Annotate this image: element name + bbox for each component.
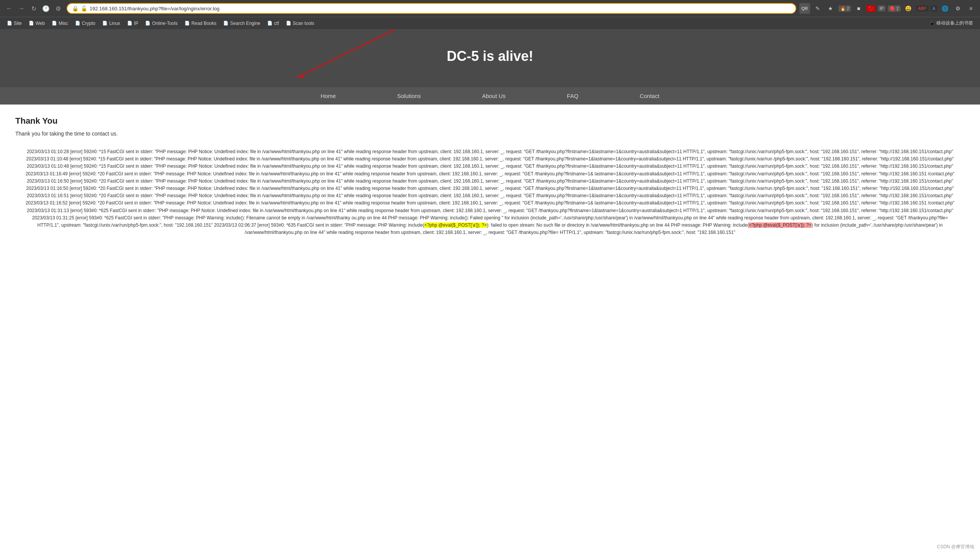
notification-badge[interactable]: 🔥 2 <box>838 5 851 12</box>
qr-button[interactable]: QR <box>799 3 810 14</box>
global-icon[interactable]: 🌐 <box>939 3 950 14</box>
nav-faq[interactable]: FAQ <box>536 87 609 105</box>
bookmark-crypto[interactable]: 📄 Crypto <box>72 20 98 27</box>
bookmark-mobile-icon: 📱 <box>929 21 935 26</box>
menu-button[interactable]: ≡ <box>965 3 976 14</box>
svg-marker-1 <box>295 75 305 77</box>
translate-button[interactable]: A <box>931 5 937 11</box>
history-button[interactable]: 🕐 <box>41 3 51 14</box>
nav-home[interactable]: Home <box>290 87 366 105</box>
bookmark-read-books-icon: 📄 <box>185 21 190 26</box>
bookmark-linux[interactable]: 📄 Linux <box>99 20 123 27</box>
nav-buttons: ← → ↻ 🕐 ⚙ <box>4 3 64 14</box>
bookmark-site[interactable]: 📄 Site <box>4 20 25 27</box>
adblock-button[interactable]: ABP <box>916 5 928 11</box>
nav-contact[interactable]: Contact <box>609 87 690 105</box>
bookmark-misc[interactable]: 📄 Misc <box>49 20 71 27</box>
bookmark-search-engine-icon: 📄 <box>223 21 229 26</box>
reload-button[interactable]: ↻ <box>28 3 39 14</box>
bookmark-ip-label: IP <box>134 21 138 26</box>
extensions-button[interactable]: ■ <box>853 3 864 14</box>
browser-actions: QR ✎ ★ 🔥 2 ■ 🚫 IP 🔴 2 😀 ABP A 🌐 ⚙ ≡ <box>799 3 976 14</box>
site-nav: Home Solutions About Us FAQ Contact <box>0 87 980 105</box>
bookmark-scan-tools-label: Scan tools <box>293 21 314 26</box>
bookmark-linux-icon: 📄 <box>102 21 108 26</box>
bookmark-ctf[interactable]: 📄 ctf <box>264 20 282 27</box>
ip-button[interactable]: IP <box>878 5 885 11</box>
back-button[interactable]: ← <box>4 3 15 14</box>
page-title: DC-5 is alive! <box>8 48 972 64</box>
bookmark-scan-tools[interactable]: 📄 Scan tools <box>283 20 317 27</box>
shield-icon: 🔒 <box>72 5 78 11</box>
bookmark-linux-label: Linux <box>109 21 120 26</box>
bookmark-ctf-label: ctf <box>274 21 279 26</box>
bookmark-ip-icon: 📄 <box>127 21 132 26</box>
lock-icon: 🔓 <box>81 5 87 11</box>
bookmark-search-engine-label: Search Engine <box>230 21 260 26</box>
block-button[interactable]: 🚫 <box>866 5 875 12</box>
nav-solutions[interactable]: Solutions <box>366 87 451 105</box>
address-bar[interactable]: 192.168.160.151/thankyou.php?file=/var/l… <box>90 6 791 11</box>
bookmark-read-books-label: Read Books <box>191 21 216 26</box>
bookmark-site-icon: 📄 <box>7 21 12 26</box>
bookmark-web-label: Web <box>36 21 45 26</box>
bookmark-online-tools[interactable]: 📄 Online-Tools <box>142 20 181 27</box>
edit-button[interactable]: ✎ <box>812 3 823 14</box>
bookmark-mobile-label: 移动设备上的书签 <box>936 20 973 26</box>
forward-button[interactable]: → <box>16 3 27 14</box>
extension-icon2[interactable]: ⚙ <box>952 3 963 14</box>
bookmark-read-books[interactable]: 📄 Read Books <box>181 20 219 27</box>
bookmark-crypto-label: Crypto <box>82 21 95 26</box>
bookmark-site-label: Site <box>14 21 22 26</box>
nav-about[interactable]: About Us <box>451 87 536 105</box>
bookmark-misc-icon: 📄 <box>52 21 57 26</box>
bookmark-online-tools-label: Online-Tools <box>152 21 178 26</box>
log-text: 2023/03/13 01:10:28 [error] 592#0: *15 F… <box>23 148 957 236</box>
thank-you-heading: Thank You <box>15 116 965 126</box>
log-content: 2023/03/13 01:10:28 [error] 592#0: *15 F… <box>15 144 965 240</box>
bookmark-mobile[interactable]: 📱 移动设备上的书签 <box>926 19 976 28</box>
main-content: Thank You Thank you for taking the time … <box>0 105 980 252</box>
bookmark-search-engine[interactable]: 📄 Search Engine <box>220 20 263 27</box>
star-button[interactable]: ★ <box>825 3 836 14</box>
settings-button[interactable]: ⚙ <box>53 3 64 14</box>
page-header: DC-5 is alive! <box>0 29 980 87</box>
bookmark-ctf-icon: 📄 <box>267 21 273 26</box>
address-bar-wrap: 🔒 🔓 192.168.160.151/thankyou.php?file=/v… <box>67 3 796 14</box>
bookmark-scan-tools-icon: 📄 <box>286 21 291 26</box>
bookmark-online-tools-icon: 📄 <box>145 21 150 26</box>
browser-chrome: ← → ↻ 🕐 ⚙ 🔒 🔓 192.168.160.151/thankyou.p… <box>0 0 980 17</box>
bookmark-misc-label: Misc <box>59 21 68 26</box>
bookmarks-bar: 📄 Site 📄 Web 📄 Misc 📄 Crypto 📄 Linux 📄 I… <box>0 17 980 29</box>
thank-you-text: Thank you for taking the time to contact… <box>15 131 965 137</box>
bookmark-crypto-icon: 📄 <box>75 21 80 26</box>
bookmark-web-icon: 📄 <box>29 21 34 26</box>
bookmark-ip[interactable]: 📄 IP <box>124 20 141 27</box>
extension-badge[interactable]: 🔴 2 <box>888 5 900 12</box>
bookmark-web[interactable]: 📄 Web <box>26 20 48 27</box>
user-icon[interactable]: 😀 <box>903 3 914 14</box>
